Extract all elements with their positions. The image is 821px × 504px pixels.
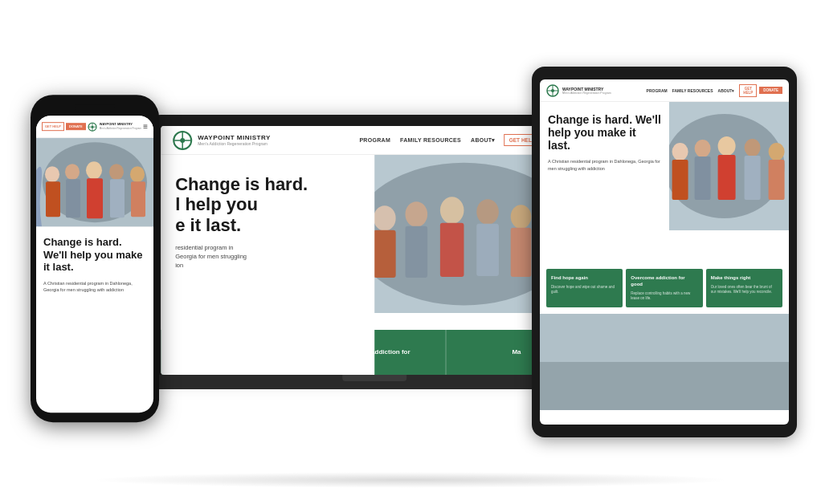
tablet-card-1-title: Find hope again xyxy=(551,275,618,282)
svg-rect-35 xyxy=(540,362,789,410)
shadow xyxy=(89,472,732,488)
tablet-logo-text: WAYPOINT MINISTRY Men's Addiction Regene… xyxy=(562,87,611,95)
svg-rect-33 xyxy=(768,160,784,200)
tablet-logo: WAYPOINT MINISTRY Men's Addiction Regene… xyxy=(546,84,611,97)
nav-program[interactable]: PROGRAM xyxy=(359,137,390,144)
tablet-bottom-image xyxy=(540,314,789,410)
svg-point-24 xyxy=(672,143,688,161)
phone-screen: GET HELP DONATE WAYPOINT MINISTRY Men's … xyxy=(36,116,153,413)
tablet-hero: Change is hard. We'll help you make it l… xyxy=(540,102,789,262)
tablet-hero-text: Change is hard. We'll help you make it l… xyxy=(540,102,669,262)
nav-family[interactable]: FAMILY RESOURCES xyxy=(400,137,461,144)
hamburger-icon[interactable]: ≡ xyxy=(143,122,148,131)
svg-point-30 xyxy=(744,139,760,156)
phone-nav: GET HELP DONATE WAYPOINT MINISTRY Men's … xyxy=(36,116,153,138)
laptop-headline-line2: l help you xyxy=(175,194,258,214)
tablet-nav-family[interactable]: FAMILY RESOURCES xyxy=(672,88,713,93)
svg-rect-45 xyxy=(66,179,80,217)
svg-rect-31 xyxy=(744,156,760,200)
tablet-card-3-title: Make things right xyxy=(711,275,778,282)
laptop-brand-tagline: Men's Addiction Regeneration Program xyxy=(198,141,271,146)
svg-rect-29 xyxy=(717,155,735,200)
laptop-hero-text: Change is hard. l help you e it last. re… xyxy=(161,155,374,375)
laptop-hero-sub: residential program in Georgia for men s… xyxy=(175,243,360,270)
tablet-headline: Change is hard. We'll help you make it l… xyxy=(548,113,661,152)
laptop-nav-links: PROGRAM FAMILY RESOURCES ABOUT▾ xyxy=(359,137,495,144)
svg-point-8 xyxy=(406,201,428,227)
svg-rect-49 xyxy=(110,179,125,217)
phone-device: GET HELP DONATE WAYPOINT MINISTRY Men's … xyxy=(31,95,159,422)
tablet-cards: Find hope again Discover hope and wipe o… xyxy=(540,262,789,314)
svg-point-32 xyxy=(768,143,784,161)
svg-rect-27 xyxy=(694,156,710,200)
svg-point-50 xyxy=(130,166,145,182)
tablet-card-3-desc: Our loved ones often bear the brunt of o… xyxy=(711,285,778,295)
svg-point-6 xyxy=(374,205,396,231)
svg-point-14 xyxy=(511,205,532,229)
phone-get-help-button[interactable]: GET HELP xyxy=(42,122,64,131)
nav-about[interactable]: ABOUT▾ xyxy=(471,137,496,144)
phone-logo: WAYPOINT MINISTRY Men's Addiction Regene… xyxy=(88,122,141,132)
tablet-card-1-desc: Discover hope and wipe out shame and gui… xyxy=(551,285,618,295)
tablet-nav: WAYPOINT MINISTRY Men's Addiction Regene… xyxy=(540,79,789,102)
laptop-logo-text-block: WAYPOINT MINISTRY Men's Addiction Regene… xyxy=(198,134,271,146)
svg-rect-47 xyxy=(87,178,103,218)
svg-point-12 xyxy=(477,199,500,225)
svg-point-3 xyxy=(180,138,185,143)
laptop-brand-name: WAYPOINT MINISTRY xyxy=(198,134,271,141)
phone-frame: GET HELP DONATE WAYPOINT MINISTRY Men's … xyxy=(31,95,159,422)
svg-rect-7 xyxy=(374,230,396,278)
phone-donate-button[interactable]: DONATE xyxy=(66,123,86,130)
laptop-hero-headline: Change is hard. l help you e it last. xyxy=(175,174,360,235)
phone-notch xyxy=(75,104,115,112)
laptop-headline-line1: Change is hard. xyxy=(175,174,308,194)
tablet-nav-about[interactable]: ABOUT▾ xyxy=(718,88,735,93)
tablet-card-2-title: Overcome addiction for good xyxy=(631,275,697,288)
laptop-logo: WAYPOINT MINISTRY Men's Addiction Regene… xyxy=(172,130,271,151)
phone-content: Change is hard. We'll help you make it l… xyxy=(36,226,153,303)
phone-logo-text-block: WAYPOINT MINISTRY Men's Addiction Regene… xyxy=(100,123,141,130)
phone-headline: Change is hard. We'll help you make it l… xyxy=(43,236,146,274)
tablet-frame: WAYPOINT MINISTRY Men's Addiction Regene… xyxy=(532,67,797,437)
tablet-screen: WAYPOINT MINISTRY Men's Addiction Regene… xyxy=(540,79,789,425)
svg-point-48 xyxy=(109,164,124,180)
svg-rect-25 xyxy=(672,160,688,200)
tablet-get-help-button[interactable]: GETHELP xyxy=(739,84,757,97)
laptop-nav: WAYPOINT MINISTRY Men's Addiction Regene… xyxy=(161,126,588,155)
svg-rect-43 xyxy=(46,181,60,217)
tablet-nav-program[interactable]: PROGRAM xyxy=(647,88,668,93)
tablet-sub: A Christian residential program in Dahlo… xyxy=(548,158,661,172)
tablet-card-3: Make things right Our loved ones often b… xyxy=(706,269,782,307)
svg-rect-9 xyxy=(406,226,428,278)
laptop-card-3-text: Ma xyxy=(512,348,521,356)
svg-point-10 xyxy=(440,197,464,224)
svg-point-26 xyxy=(694,140,710,157)
tablet-device: WAYPOINT MINISTRY Men's Addiction Regene… xyxy=(532,67,797,437)
svg-point-44 xyxy=(65,164,80,180)
svg-point-42 xyxy=(45,166,59,182)
svg-rect-13 xyxy=(477,224,500,276)
phone-logo-icon xyxy=(88,122,97,132)
svg-point-46 xyxy=(86,161,102,179)
tablet-brand-tagline: Men's Addiction Regeneration Program xyxy=(562,91,611,95)
laptop-screen: WAYPOINT MINISTRY Men's Addiction Regene… xyxy=(161,126,588,375)
waypoint-logo-icon xyxy=(172,130,193,151)
svg-point-21 xyxy=(551,89,554,92)
svg-point-28 xyxy=(717,136,735,156)
tablet-donate-button[interactable]: DONATE xyxy=(759,87,782,94)
laptop-hero: Change is hard. l help you e it last. re… xyxy=(161,155,588,375)
tablet-card-2-desc: Replace controlling habits with a new le… xyxy=(631,291,697,302)
scene: WAYPOINT MINISTRY Men's Addiction Regene… xyxy=(0,0,821,504)
laptop-headline-line3: e it last. xyxy=(175,215,241,235)
tablet-logo-icon xyxy=(546,84,559,97)
tablet-nav-links: PROGRAM FAMILY RESOURCES ABOUT▾ xyxy=(647,88,735,93)
tablet-hero-image xyxy=(660,102,789,230)
svg-rect-15 xyxy=(511,228,532,277)
svg-point-39 xyxy=(91,125,93,128)
tablet-card-2: Overcome addiction for good Replace cont… xyxy=(626,269,702,307)
phone-brand-tagline: Men's Addiction Regeneration Program xyxy=(100,127,141,130)
svg-rect-51 xyxy=(131,181,145,217)
tablet-card-1: Find hope again Discover hope and wipe o… xyxy=(546,269,623,307)
phone-sub: A Christian residential program in Dahlo… xyxy=(43,280,146,294)
phone-hero-image xyxy=(36,138,153,226)
